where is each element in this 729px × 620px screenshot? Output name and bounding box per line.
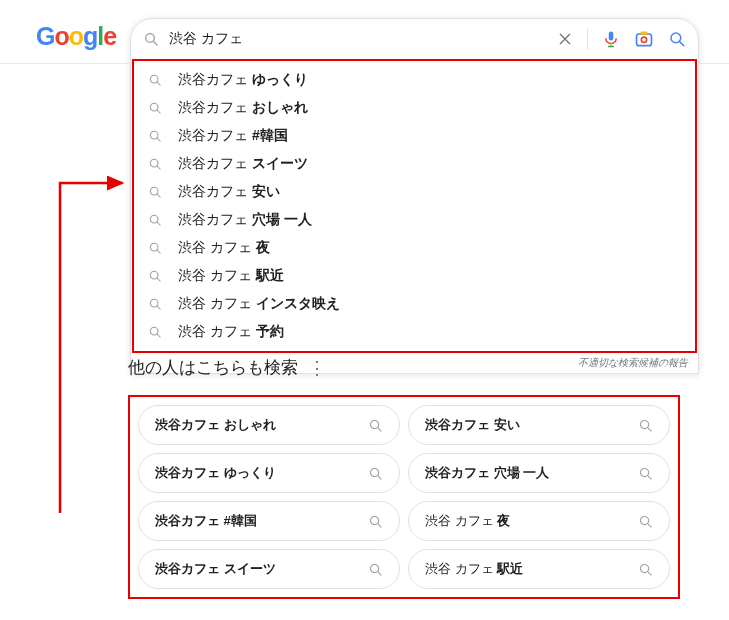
search-icon xyxy=(638,418,653,433)
logo-letter: o xyxy=(69,22,83,50)
related-item-text: 渋谷カフェ #韓国 xyxy=(155,512,257,530)
svg-line-41 xyxy=(378,523,381,526)
search-icon xyxy=(368,562,383,577)
header: Google xyxy=(0,0,729,374)
svg-line-13 xyxy=(157,82,160,85)
suggestion-text: 渋谷 カフェ 駅近 xyxy=(178,267,284,285)
google-logo[interactable]: Google xyxy=(36,22,116,51)
svg-line-21 xyxy=(157,194,160,197)
search-button-icon[interactable] xyxy=(668,30,686,48)
logo-letter: g xyxy=(83,22,97,50)
related-title-text: 他の人はこちらも検索 xyxy=(128,356,298,379)
related-search-item[interactable]: 渋谷カフェ スイーツ xyxy=(138,549,400,589)
search-icon xyxy=(368,418,383,433)
suggestion-text: 渋谷カフェ #韓国 xyxy=(178,127,288,145)
related-search-item[interactable]: 渋谷 カフェ 夜 xyxy=(408,501,670,541)
related-item-text: 渋谷カフェ おしゃれ xyxy=(155,416,276,434)
search-icon xyxy=(148,297,162,311)
suggestion-item[interactable]: 渋谷 カフェ 夜 xyxy=(134,234,695,262)
suggestion-text: 渋谷カフェ 穴場 一人 xyxy=(178,211,312,229)
related-searches-title: 他の人はこちらも検索 ⋮ xyxy=(128,356,680,379)
search-input[interactable] xyxy=(169,31,549,47)
svg-line-45 xyxy=(378,571,381,574)
suggestion-item[interactable]: 渋谷カフェ スイーツ xyxy=(134,150,695,178)
suggestion-text: 渋谷カフェ ゆっくり xyxy=(178,71,308,89)
related-item-text: 渋谷カフェ 安い xyxy=(425,416,520,434)
related-searches-grid: 渋谷カフェ おしゃれ渋谷カフェ 安い渋谷カフェ ゆっくり渋谷カフェ 穴場 一人渋… xyxy=(128,395,680,599)
search-box-wrapper: 渋谷カフェ ゆっくり渋谷カフェ おしゃれ渋谷カフェ #韓国渋谷カフェ スイーツ渋… xyxy=(130,18,699,374)
more-options-icon[interactable]: ⋮ xyxy=(308,359,326,377)
svg-point-8 xyxy=(641,37,646,42)
search-input-row xyxy=(131,19,698,59)
svg-line-1 xyxy=(153,41,157,45)
related-search-item[interactable]: 渋谷カフェ 穴場 一人 xyxy=(408,453,670,493)
related-search-item[interactable]: 渋谷 カフェ 駅近 xyxy=(408,549,670,589)
suggestion-item[interactable]: 渋谷 カフェ 駅近 xyxy=(134,262,695,290)
search-icon xyxy=(148,269,162,283)
svg-rect-9 xyxy=(641,32,648,35)
search-icon xyxy=(148,129,162,143)
image-search-icon[interactable] xyxy=(634,29,654,49)
related-search-item[interactable]: 渋谷カフェ #韓国 xyxy=(138,501,400,541)
related-item-text: 渋谷カフェ 穴場 一人 xyxy=(425,464,549,482)
vertical-divider xyxy=(587,28,588,50)
search-icon xyxy=(368,466,383,481)
clear-icon[interactable] xyxy=(557,31,573,47)
related-item-text: 渋谷カフェ スイーツ xyxy=(155,560,276,578)
suggestion-item[interactable]: 渋谷カフェ 穴場 一人 xyxy=(134,206,695,234)
related-search-item[interactable]: 渋谷カフェ おしゃれ xyxy=(138,405,400,445)
search-icon xyxy=(638,466,653,481)
related-item-text: 渋谷カフェ ゆっくり xyxy=(155,464,276,482)
svg-rect-7 xyxy=(637,34,652,46)
svg-line-25 xyxy=(157,250,160,253)
search-icon xyxy=(148,325,162,339)
suggestion-item[interactable]: 渋谷カフェ #韓国 xyxy=(134,122,695,150)
svg-line-43 xyxy=(648,523,651,526)
suggestion-text: 渋谷 カフェ 夜 xyxy=(178,239,270,257)
svg-line-11 xyxy=(680,42,684,46)
search-icon xyxy=(143,31,159,47)
svg-line-37 xyxy=(378,475,381,478)
logo-letter: e xyxy=(103,22,116,50)
suggestion-text: 渋谷 カフェ インスタ映え xyxy=(178,295,340,313)
related-searches-section: 他の人はこちらも検索 ⋮ 渋谷カフェ おしゃれ渋谷カフェ 安い渋谷カフェ ゆっく… xyxy=(128,356,680,599)
suggestion-item[interactable]: 渋谷 カフェ 予約 xyxy=(134,318,695,346)
suggestion-item[interactable]: 渋谷 カフェ インスタ映え xyxy=(134,290,695,318)
svg-rect-4 xyxy=(609,32,614,41)
search-icon xyxy=(148,241,162,255)
svg-line-17 xyxy=(157,138,160,141)
search-icon xyxy=(148,101,162,115)
logo-letter: G xyxy=(36,22,54,50)
suggestion-item[interactable]: 渋谷カフェ 安い xyxy=(134,178,695,206)
suggestion-text: 渋谷カフェ おしゃれ xyxy=(178,99,308,117)
search-icon xyxy=(148,73,162,87)
search-icon xyxy=(638,514,653,529)
search-icon xyxy=(148,213,162,227)
voice-search-icon[interactable] xyxy=(602,30,620,48)
suggestions-dropdown: 渋谷カフェ ゆっくり渋谷カフェ おしゃれ渋谷カフェ #韓国渋谷カフェ スイーツ渋… xyxy=(132,59,697,353)
svg-line-35 xyxy=(648,427,651,430)
suggestion-item[interactable]: 渋谷カフェ ゆっくり xyxy=(134,66,695,94)
search-icon xyxy=(148,185,162,199)
search-icon xyxy=(368,514,383,529)
search-icon xyxy=(148,157,162,171)
suggestion-text: 渋谷カフェ スイーツ xyxy=(178,155,308,173)
related-item-text: 渋谷 カフェ 夜 xyxy=(425,512,510,530)
search-box: 渋谷カフェ ゆっくり渋谷カフェ おしゃれ渋谷カフェ #韓国渋谷カフェ スイーツ渋… xyxy=(130,18,699,374)
svg-line-33 xyxy=(378,427,381,430)
search-actions xyxy=(557,28,686,50)
svg-line-47 xyxy=(648,571,651,574)
svg-line-31 xyxy=(157,334,160,337)
search-icon xyxy=(638,562,653,577)
svg-line-29 xyxy=(157,306,160,309)
svg-line-27 xyxy=(157,278,160,281)
logo-letter: o xyxy=(54,22,68,50)
suggestion-item[interactable]: 渋谷カフェ おしゃれ xyxy=(134,94,695,122)
svg-line-39 xyxy=(648,475,651,478)
svg-line-23 xyxy=(157,222,160,225)
svg-line-19 xyxy=(157,166,160,169)
related-search-item[interactable]: 渋谷カフェ 安い xyxy=(408,405,670,445)
svg-line-15 xyxy=(157,110,160,113)
related-item-text: 渋谷 カフェ 駅近 xyxy=(425,560,523,578)
related-search-item[interactable]: 渋谷カフェ ゆっくり xyxy=(138,453,400,493)
